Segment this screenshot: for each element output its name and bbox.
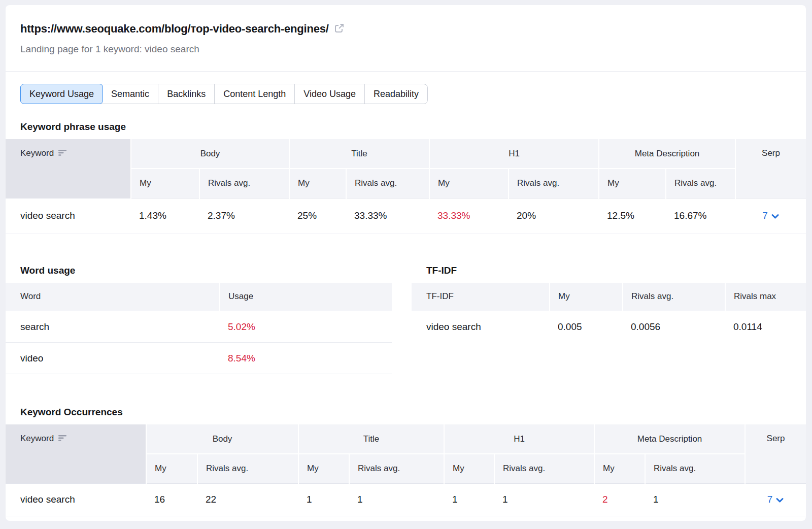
- table-row: search 5.02%: [6, 311, 392, 343]
- h1-rivals-cell: 20%: [509, 198, 599, 234]
- subheader-body-my: My: [146, 454, 197, 483]
- subheader-title-rivals: Rivals avg.: [346, 169, 429, 198]
- h1-my-cell: 33.33%: [429, 198, 509, 234]
- tfidf-column-header: TF-IDF: [412, 283, 550, 311]
- keyword-column-header[interactable]: Keyword: [6, 139, 131, 198]
- tfidf-rivals-avg-header: Rivals avg.: [623, 283, 725, 311]
- group-header-h1: H1: [429, 139, 599, 169]
- tfidf-rivals-avg-cell: 0.0056: [623, 311, 725, 343]
- subheader-meta-rivals: Rivals avg.: [666, 169, 735, 198]
- usage-cell: 5.02%: [220, 311, 392, 343]
- tab-keyword-usage[interactable]: Keyword Usage: [20, 84, 103, 104]
- serp-expand-cell[interactable]: 7: [745, 483, 806, 516]
- external-link-icon[interactable]: [334, 23, 345, 34]
- word-column-header: Word: [6, 283, 220, 311]
- word-usage-title: Word usage: [20, 264, 392, 276]
- landing-page-card: https://www.seoquake.com/blog/тop-video-…: [6, 5, 806, 521]
- word-cell: video: [6, 343, 220, 374]
- keyword-phrase-usage-title: Keyword phrase usage: [20, 121, 792, 133]
- meta-rivals-cell: 16.67%: [666, 198, 735, 234]
- subheader-meta-my: My: [599, 169, 666, 198]
- keyword-column-header[interactable]: Keyword: [6, 424, 146, 483]
- tabs-container: Keyword Usage Semantic Backlinks Content…: [20, 84, 792, 104]
- group-header-meta-description: Meta Description: [594, 424, 745, 454]
- keyword-header-label: Keyword: [20, 148, 54, 158]
- subheader-title-my: My: [298, 454, 349, 483]
- usage-cell: 8.54%: [220, 343, 392, 374]
- tfidf-section: TF-IDF TF-IDF My Rivals avg. Rivals max: [412, 248, 806, 343]
- page-subtitle: Landing page for 1 keyword: video search: [20, 43, 792, 55]
- tab-video-usage[interactable]: Video Usage: [294, 84, 364, 104]
- group-header-title: Title: [289, 139, 429, 169]
- subheader-meta-rivals: Rivals avg.: [645, 454, 745, 483]
- serp-expand-cell[interactable]: 7: [735, 198, 806, 234]
- table-row: video 8.54%: [6, 343, 392, 374]
- word-usage-table: Word Usage search 5.02% video 8.54%: [6, 283, 392, 375]
- keyword-header-label: Keyword: [20, 434, 54, 444]
- serp-count-link[interactable]: 7: [767, 494, 773, 505]
- keyword-cell: video search: [6, 198, 131, 234]
- keyword-occurrences-table: Keyword Body Title H1: [6, 424, 806, 516]
- sort-icon: [58, 434, 67, 444]
- group-header-meta-description: Meta Description: [599, 139, 735, 169]
- subheader-body-rivals: Rivals avg.: [197, 454, 298, 483]
- word-usage-section: Word usage Word Usage search 5.02%: [6, 248, 392, 375]
- tfidf-term-cell: video search: [412, 311, 550, 343]
- group-header-body: Body: [131, 139, 289, 169]
- table-row: video search 0.005 0.0056 0.0114: [412, 311, 806, 343]
- subheader-title-my: My: [289, 169, 346, 198]
- serp-count-link[interactable]: 7: [762, 210, 768, 221]
- tfidf-rivals-max-header: Rivals max: [725, 283, 806, 311]
- subheader-h1-my: My: [429, 169, 509, 198]
- meta-my-cell: 12.5%: [599, 198, 666, 234]
- h1-rivals-cell: 1: [494, 483, 594, 516]
- word-cell: search: [6, 311, 220, 343]
- tab-readability[interactable]: Readability: [364, 84, 427, 104]
- subheader-body-rivals: Rivals avg.: [199, 169, 289, 198]
- tfidf-my-header: My: [550, 283, 623, 311]
- subheader-h1-rivals: Rivals avg.: [494, 454, 594, 483]
- tfidf-my-cell: 0.005: [550, 311, 623, 343]
- keyword-cell: video search: [6, 483, 146, 516]
- group-header-h1: H1: [444, 424, 594, 454]
- body-rivals-cell: 2.37%: [199, 198, 289, 234]
- subheader-meta-my: My: [594, 454, 645, 483]
- title-my-cell: 1: [298, 483, 349, 516]
- body-my-cell: 1.43%: [131, 198, 199, 234]
- page-url: https://www.seoquake.com/blog/тop-video-…: [20, 22, 329, 36]
- serp-column-header: Serp: [745, 424, 806, 483]
- tab-content-length[interactable]: Content Length: [214, 84, 294, 104]
- subheader-body-my: My: [131, 169, 199, 198]
- tab-backlinks[interactable]: Backlinks: [158, 84, 214, 104]
- title-rivals-cell: 33.33%: [346, 198, 429, 234]
- page-background: https://www.seoquake.com/blog/тop-video-…: [0, 0, 812, 529]
- group-header-title: Title: [298, 424, 444, 454]
- group-header-body: Body: [146, 424, 298, 454]
- tab-semantic[interactable]: Semantic: [103, 84, 158, 104]
- subheader-h1-rivals: Rivals avg.: [509, 169, 599, 198]
- sort-icon: [58, 148, 67, 158]
- tfidf-rivals-max-cell: 0.0114: [725, 311, 806, 343]
- usage-column-header: Usage: [220, 283, 392, 311]
- body-my-cell: 16: [146, 483, 197, 516]
- table-row: video search 1.43% 2.37% 25% 33.33% 33.3…: [6, 198, 806, 234]
- body-rivals-cell: 22: [197, 483, 298, 516]
- tfidf-table: TF-IDF My Rivals avg. Rivals max video s…: [412, 283, 806, 343]
- serp-column-header: Serp: [735, 139, 806, 198]
- meta-rivals-cell: 1: [645, 483, 745, 516]
- keyword-occurrences-title: Keyword Occurrences: [20, 406, 792, 418]
- tfidf-title: TF-IDF: [426, 264, 806, 276]
- h1-my-cell: 1: [444, 483, 494, 516]
- meta-my-cell: 2: [594, 483, 645, 516]
- subheader-h1-my: My: [444, 454, 494, 483]
- table-row: video search 16 22 1 1 1 1 2 1 7: [6, 483, 806, 516]
- subheader-title-rivals: Rivals avg.: [349, 454, 444, 483]
- keyword-phrase-usage-table: Keyword Body Title H1: [6, 139, 806, 234]
- word-usage-tfidf-section: Word usage Word Usage search 5.02%: [6, 248, 806, 375]
- chevron-down-icon: [771, 214, 779, 219]
- title-rivals-cell: 1: [349, 483, 444, 516]
- title-my-cell: 25%: [289, 198, 346, 234]
- metric-tabs: Keyword Usage Semantic Backlinks Content…: [20, 84, 428, 104]
- card-header: https://www.seoquake.com/blog/тop-video-…: [6, 5, 806, 72]
- chevron-down-icon: [776, 498, 784, 503]
